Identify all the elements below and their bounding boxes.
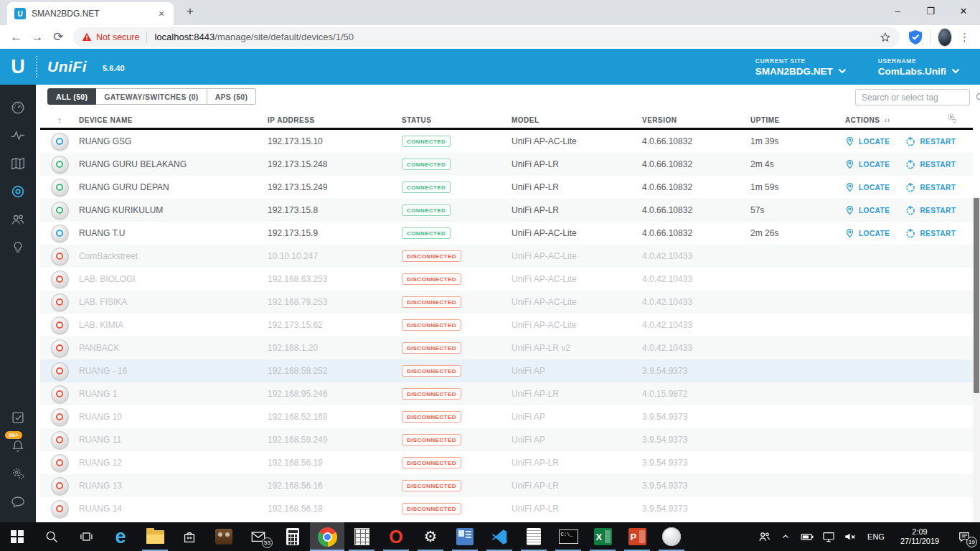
chevron-up-icon[interactable] bbox=[775, 522, 796, 551]
taskbar-opera-icon[interactable]: O bbox=[379, 522, 413, 551]
column-settings-gear-icon[interactable] bbox=[946, 113, 957, 123]
locate-button[interactable]: LOCATE bbox=[845, 182, 890, 192]
scrollbar-thumb[interactable] bbox=[974, 198, 979, 393]
restart-button[interactable]: RESTART bbox=[905, 136, 956, 146]
locate-button[interactable]: LOCATE bbox=[845, 205, 890, 215]
table-row[interactable]: LAB. BIOLOGI192.168.63.253DISCONNECTEDUn… bbox=[40, 268, 973, 291]
window-close-button[interactable]: ✕ bbox=[947, 0, 980, 22]
table-row[interactable]: LAB. FISIKA192.168.79.253DISCONNECTEDUni… bbox=[40, 291, 973, 314]
tab-gateway-switches[interactable]: GATEWAY/SWITCHES (0) bbox=[96, 88, 207, 105]
clock[interactable]: 2:09 27/11/2019 bbox=[891, 527, 948, 546]
locate-button[interactable]: LOCATE bbox=[845, 136, 890, 146]
tab-close-icon[interactable]: × bbox=[155, 7, 168, 20]
tab-all[interactable]: ALL (50) bbox=[47, 88, 96, 105]
search-input[interactable] bbox=[856, 93, 976, 103]
sidebar-item-devices[interactable] bbox=[0, 177, 36, 205]
taskbar-edge-icon[interactable]: e bbox=[103, 522, 138, 551]
bookmark-star-icon[interactable] bbox=[880, 32, 891, 43]
taskbar-grid-app-icon[interactable] bbox=[344, 522, 379, 551]
table-row[interactable]: RUANG GSG192.173.15.10CONNECTEDUniFi AP-… bbox=[40, 130, 973, 153]
column-header-model[interactable]: MODEL bbox=[512, 116, 642, 124]
unifi-logo[interactable]: UniFi bbox=[47, 58, 87, 75]
language-indicator[interactable]: ENG bbox=[861, 532, 891, 541]
ubiquiti-logo[interactable]: U bbox=[0, 56, 36, 78]
taskbar-settings-icon[interactable]: ⚙ bbox=[413, 522, 448, 551]
people-icon[interactable] bbox=[753, 522, 775, 551]
table-row[interactable]: RUANG GURU DEPAN192.173.15.249CONNECTEDU… bbox=[40, 176, 973, 199]
table-scrollbar[interactable] bbox=[973, 197, 980, 551]
username-menu[interactable]: USERNAME ComLabs.Unifi bbox=[878, 57, 960, 77]
reload-icon[interactable]: ⟳ bbox=[51, 27, 66, 47]
search-icon[interactable] bbox=[976, 93, 980, 102]
restart-button[interactable]: RESTART bbox=[905, 159, 956, 169]
taskbar-calculator-icon[interactable] bbox=[275, 522, 310, 551]
restart-button[interactable]: RESTART bbox=[905, 228, 956, 238]
table-row[interactable]: RUANG 10192.168.52.169DISCONNECTEDUniFi … bbox=[40, 405, 973, 428]
taskbar-mail-icon[interactable]: 53 bbox=[241, 522, 275, 551]
new-tab-button[interactable]: + bbox=[181, 2, 199, 21]
taskbar-start-icon[interactable] bbox=[0, 522, 34, 551]
table-row[interactable]: RUANG 13192.168.56.16DISCONNECTEDUniFi A… bbox=[40, 474, 973, 497]
table-row[interactable]: RUANG - 16192.168.59.252DISCONNECTEDUniF… bbox=[40, 359, 973, 382]
column-header-version[interactable]: VERSION bbox=[642, 116, 750, 124]
table-row[interactable]: RUANG 14192.168.56.18DISCONNECTEDUniFi A… bbox=[40, 497, 973, 520]
network-icon[interactable] bbox=[818, 522, 839, 551]
volume-muted-icon[interactable] bbox=[839, 522, 861, 551]
sidebar-item-chat[interactable] bbox=[0, 487, 36, 515]
taskbar-store-icon[interactable] bbox=[172, 522, 207, 551]
column-header-ip-address[interactable]: IP ADDRESS bbox=[268, 116, 402, 124]
sidebar-item-map[interactable] bbox=[0, 149, 36, 177]
table-row[interactable]: RUANG T.U192.173.15.9CONNECTEDUniFi AP-A… bbox=[40, 222, 973, 245]
taskbar-cmd-icon[interactable]: C:\_ bbox=[551, 522, 585, 551]
table-row[interactable]: RUANG 12192.168.56.19DISCONNECTEDUniFi A… bbox=[40, 451, 973, 474]
tab-aps[interactable]: APS (50) bbox=[207, 88, 257, 105]
not-secure-warning-icon[interactable] bbox=[82, 32, 92, 42]
sidebar-item-alerts[interactable]: 99+ bbox=[0, 431, 36, 459]
adblock-shield-extension-icon[interactable] bbox=[908, 29, 923, 45]
taskbar-search-icon[interactable] bbox=[34, 522, 69, 551]
forward-icon[interactable]: → bbox=[29, 27, 44, 47]
sidebar-item-insights[interactable] bbox=[0, 233, 36, 261]
browser-tab[interactable]: U SMAN2BDG.NET × bbox=[7, 2, 174, 25]
restart-button[interactable]: RESTART bbox=[905, 182, 956, 192]
sidebar-item-dashboard[interactable] bbox=[0, 93, 36, 121]
locate-button[interactable]: LOCATE bbox=[845, 159, 890, 169]
window-restore-button[interactable]: ❐ bbox=[914, 0, 947, 22]
taskbar-excel-icon[interactable]: X bbox=[585, 522, 620, 551]
table-row[interactable]: LAB. KIMIA192.173.15.62DISCONNECTEDUniFi… bbox=[40, 314, 973, 336]
taskbar-chrome-icon[interactable] bbox=[310, 522, 344, 551]
locate-button[interactable]: LOCATE bbox=[845, 228, 890, 238]
table-row[interactable]: PANBACK192.168.1.20DISCONNECTEDUniFi AP-… bbox=[40, 336, 973, 359]
column-resize-icon[interactable]: ‹› bbox=[885, 116, 891, 124]
url-field[interactable]: Not secure localhost:8443 /manage/site/d… bbox=[73, 27, 900, 47]
taskbar-task-view-icon[interactable] bbox=[69, 522, 103, 551]
taskbar-unifi-app-icon[interactable] bbox=[654, 522, 689, 551]
sidebar-item-clients[interactable] bbox=[0, 205, 36, 233]
sidebar-item-settings-gears[interactable] bbox=[0, 459, 36, 487]
sidebar-item-statistics[interactable] bbox=[0, 121, 36, 149]
taskbar-file-explorer-icon[interactable] bbox=[138, 522, 172, 551]
browser-profile-avatar[interactable] bbox=[938, 28, 952, 47]
sidebar-item-events[interactable] bbox=[0, 403, 36, 431]
restart-button[interactable]: RESTART bbox=[905, 205, 956, 215]
column-header-device-name[interactable]: DEVICE NAME bbox=[79, 116, 268, 124]
back-icon[interactable]: ← bbox=[9, 27, 24, 47]
table-row[interactable]: RUANG 1192.168.95.246DISCONNECTEDUniFi A… bbox=[40, 382, 973, 405]
browser-menu-icon[interactable]: ⋮ bbox=[959, 31, 970, 44]
taskbar-powerpoint-icon[interactable]: P bbox=[620, 522, 654, 551]
table-row[interactable]: RUANG 11192.168.59.249DISCONNECTEDUniFi … bbox=[40, 428, 973, 451]
taskbar-camera-app-icon[interactable] bbox=[207, 522, 241, 551]
battery-icon[interactable] bbox=[796, 522, 818, 551]
taskbar-notepad-icon[interactable] bbox=[517, 522, 551, 551]
window-minimize-button[interactable]: – bbox=[881, 0, 914, 22]
table-row[interactable]: ComBackstreet10.10.10.247DISCONNECTEDUni… bbox=[40, 245, 973, 268]
sort-ascending-icon[interactable]: ↑ bbox=[40, 115, 79, 126]
table-row[interactable]: RUANG KURIKULUM192.173.15.8CONNECTEDUniF… bbox=[40, 199, 973, 222]
column-header-status[interactable]: STATUS bbox=[402, 116, 512, 124]
column-header-uptime[interactable]: UPTIME bbox=[750, 116, 845, 124]
taskbar-vscode-icon[interactable] bbox=[482, 522, 517, 551]
action-center-icon[interactable]: 19 bbox=[948, 522, 980, 551]
taskbar-contact-card-app-icon[interactable] bbox=[448, 522, 482, 551]
table-row[interactable]: RUANG GURU BELAKANG192.173.15.248CONNECT… bbox=[40, 153, 973, 176]
not-secure-label[interactable]: Not secure bbox=[96, 32, 139, 42]
